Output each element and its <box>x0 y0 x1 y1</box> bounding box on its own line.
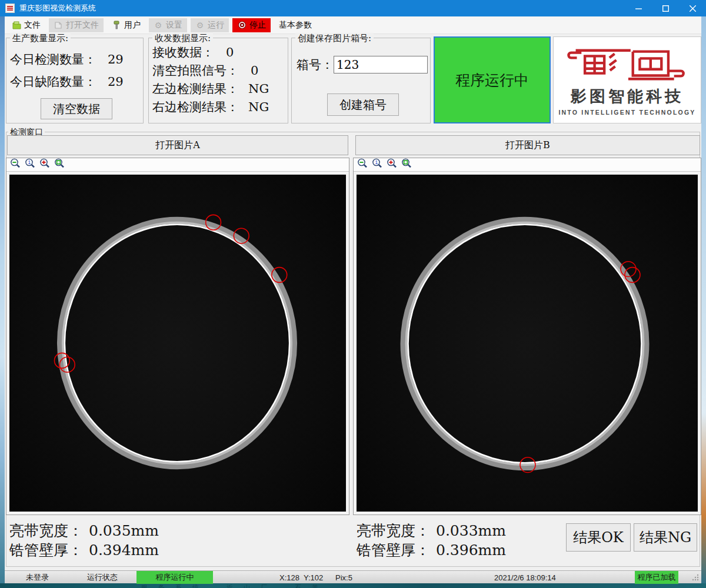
clear-data-button[interactable]: 清空数据 <box>41 98 112 119</box>
cursor-coordinates: X:128 Y:102 <box>279 571 323 584</box>
zoom-actual-size-icon[interactable]: 1 <box>372 158 382 171</box>
desktop-right-strip <box>701 16 706 583</box>
toolbar-item-run[interactable]: ⚙ 运行 <box>191 18 229 32</box>
tube-wall-thickness-b-value: 0.396mm <box>436 542 506 559</box>
user-key-icon <box>112 21 121 30</box>
company-subtitle: INTO INTELLIGENT TECHNOLOGY <box>558 109 695 116</box>
stop-icon <box>237 21 247 30</box>
minimize-button[interactable] <box>625 0 652 16</box>
left-result-value: NG <box>248 82 269 96</box>
box-number-label: 箱号： <box>297 56 334 73</box>
toolbar-item-settings[interactable]: ⚙ 设置 <box>149 18 187 32</box>
toolbar-item-user[interactable]: 用户 <box>107 18 145 32</box>
run-status-banner: 程序运行中 <box>434 36 551 123</box>
svg-text:1: 1 <box>375 159 378 165</box>
create-box-button[interactable]: 创建箱号 <box>327 93 399 116</box>
open-file-icon <box>54 21 63 30</box>
zoom-in-icon[interactable] <box>39 158 50 171</box>
title-bar: 重庆影图视觉检测系统 <box>0 0 706 16</box>
resize-grip[interactable] <box>692 571 700 584</box>
left-result-label: 左边检测结果： <box>152 81 239 97</box>
settings-gear-icon: ⚙ <box>154 21 163 30</box>
svg-text:1: 1 <box>28 159 31 165</box>
run-state-label: 运行状态 <box>87 571 118 584</box>
company-logo: 影图智能科技 INTO INTELLIGENT TECHNOLOGY <box>553 36 701 123</box>
inspection-image-a[interactable] <box>8 173 347 513</box>
clear-signal-label: 清空拍照信号： <box>152 62 239 79</box>
desktop-background: 服务系统 近山厂 石羊 重庆影图视觉检测系统 文件 <box>0 0 706 588</box>
toolbar-item-label: 文件 <box>24 20 41 31</box>
comm-panel: 收发数据显示: 接收数据： 0 清空拍照信号： 0 左边检测结果： NG 右边检… <box>148 38 288 123</box>
run-gear-icon: ⚙ <box>195 21 205 30</box>
program-loaded-badge: 程序已加载 <box>635 571 678 584</box>
app-logo-icon <box>5 4 15 13</box>
company-name: 影图智能科技 <box>571 86 684 107</box>
toolbar-item-label: 用户 <box>124 20 141 31</box>
logo-artwork <box>564 45 691 85</box>
result-ok-button[interactable]: 结果OK <box>566 523 631 552</box>
inspection-image-b[interactable] <box>355 173 699 513</box>
box-panel-title: 创建保存图片箱号: <box>295 33 374 44</box>
zoom-actual-size-icon[interactable]: 1 <box>25 158 35 171</box>
box-number-input[interactable] <box>334 56 428 74</box>
file-icon <box>12 21 21 30</box>
image-viewer-b: 1 <box>353 158 701 515</box>
toolbar-item-stop[interactable]: 停止 <box>232 18 271 32</box>
zoom-in-icon[interactable] <box>387 158 397 171</box>
result-ng-button[interactable]: 结果NG <box>634 523 697 552</box>
toolbar-item-label: 设置 <box>166 20 182 31</box>
clear-signal-value: 0 <box>251 64 258 78</box>
pixel-value: Pix:5 <box>335 571 352 584</box>
zoom-fit-icon[interactable] <box>401 158 412 171</box>
client-area: 文件 打开文件 用户 ⚙ 设置 ⚙ 运行 <box>5 16 701 583</box>
toolbar-item-label: 运行 <box>208 20 224 31</box>
datetime: 2021/2/6 18:09:14 <box>494 571 556 584</box>
right-result-value: NG <box>248 100 269 114</box>
box-number-panel: 创建保存图片箱号: 箱号： 创建箱号 <box>291 38 431 123</box>
toolbar-item-label: 停止 <box>249 20 266 31</box>
measurements-b: 亮带宽度：0.033mm 锆管壁厚：0.396mm <box>357 521 506 560</box>
recv-data-value: 0 <box>226 45 234 59</box>
login-status: 未登录 <box>26 571 49 584</box>
status-bar: 未登录 运行状态 程序运行中 X:128 Y:102 Pix:5 2021/2/… <box>5 570 701 583</box>
tube-wall-thickness-b-label: 锆管壁厚： <box>357 542 430 559</box>
inspected-count-value: 29 <box>108 52 124 66</box>
production-panel-title: 生产数量显示: <box>10 33 71 44</box>
window-title: 重庆影图视觉检测系统 <box>19 3 96 14</box>
zoom-fit-icon[interactable] <box>54 158 65 171</box>
inspected-count-label: 今日检测数量： <box>10 51 108 68</box>
comm-panel-title: 收发数据显示: <box>152 33 213 44</box>
desktop-icon-text-fragment: 服务系统 近山厂 石羊 <box>141 584 329 588</box>
bright-band-width-a-label: 亮带宽度： <box>9 522 83 539</box>
tube-wall-thickness-a-label: 锆管壁厚： <box>9 542 83 559</box>
viewer-b-toolbar: 1 <box>354 158 701 172</box>
toolbar-item-open-file[interactable]: 打开文件 <box>49 18 104 32</box>
right-result-label: 右边检测结果： <box>152 99 239 115</box>
open-image-b-button[interactable]: 打开图片B <box>355 135 700 155</box>
viewer-a-toolbar: 1 <box>6 158 349 172</box>
bright-band-width-a-value: 0.035mm <box>89 522 159 539</box>
production-panel: 生产数量显示: 今日检测数量： 29 今日缺陷数量： 29 清空数据 <box>6 38 144 123</box>
bright-band-width-b-label: 亮带宽度： <box>357 522 430 539</box>
defect-count-value: 29 <box>108 75 124 89</box>
main-toolbar: 文件 打开文件 用户 ⚙ 设置 ⚙ 运行 <box>5 16 701 34</box>
close-button[interactable] <box>679 0 706 16</box>
toolbar-item-basic-params[interactable]: 基本参数 <box>274 18 317 32</box>
run-state-value: 程序运行中 <box>136 571 213 584</box>
measurements-a: 亮带宽度：0.035mm 锆管壁厚：0.394mm <box>9 521 159 560</box>
zoom-out-icon[interactable] <box>10 158 21 171</box>
bright-band-width-b-value: 0.033mm <box>436 522 506 539</box>
image-viewer-a: 1 <box>6 158 349 515</box>
toolbar-item-label: 打开文件 <box>66 20 99 31</box>
tube-wall-thickness-a-value: 0.394mm <box>89 542 159 559</box>
zoom-out-icon[interactable] <box>357 158 368 171</box>
desktop-left-strip <box>0 16 5 583</box>
toolbar-item-label: 基本参数 <box>279 20 312 31</box>
recv-data-label: 接收数据： <box>152 44 214 61</box>
defect-count-label: 今日缺陷数量： <box>10 74 108 90</box>
toolbar-item-file[interactable]: 文件 <box>7 18 45 32</box>
desktop-bottom-strip: 服务系统 近山厂 石羊 <box>0 583 706 588</box>
open-image-a-button[interactable]: 打开图片A <box>7 135 348 155</box>
maximize-button[interactable] <box>652 0 679 16</box>
